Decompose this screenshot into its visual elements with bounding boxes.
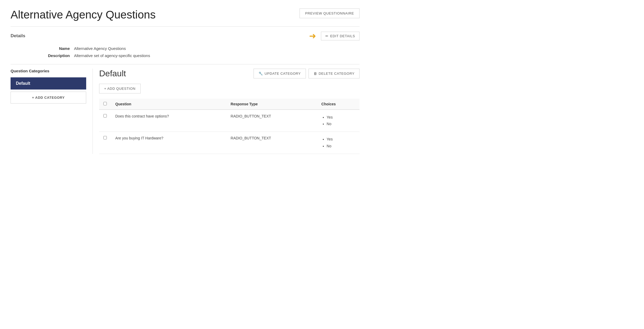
header-divider: [11, 26, 360, 27]
table-row: Are you buying IT Hardware?RADIO_BUTTON_…: [99, 132, 360, 154]
category-item-default[interactable]: Default: [11, 77, 86, 90]
page-title: Alternative Agency Questions: [11, 8, 156, 21]
table-header-response-type: Response Type: [226, 99, 317, 110]
table-header-question: Question: [111, 99, 226, 110]
main-content: Question Categories Default + ADD CATEGO…: [11, 69, 360, 154]
arrow-annotation-icon: ➜: [309, 31, 316, 41]
delete-category-label: DELETE CATEGORY: [319, 72, 355, 76]
add-question-button[interactable]: + ADD QUESTION: [99, 84, 141, 93]
questions-table: Question Response Type Choices Does this…: [99, 99, 360, 154]
question-cell: Are you buying IT Hardware?: [111, 132, 226, 154]
add-category-button[interactable]: + ADD CATEGORY: [11, 92, 86, 104]
edit-details-button[interactable]: ✏ EDIT DETAILS: [321, 32, 360, 40]
choice-item: No: [327, 143, 355, 149]
edit-details-label: EDIT DETAILS: [330, 34, 355, 38]
row-checkbox[interactable]: [103, 136, 107, 139]
table-header-row: Question Response Type Choices: [99, 99, 360, 110]
wrench-icon: 🔧: [259, 72, 263, 76]
questions-panel: Default 🔧 UPDATE CATEGORY 🗑 DELETE CATEG…: [93, 69, 360, 154]
row-checkbox[interactable]: [103, 114, 107, 117]
response-type-cell: RADIO_BUTTON_TEXT: [226, 110, 317, 132]
questions-panel-header: Default 🔧 UPDATE CATEGORY 🗑 DELETE CATEG…: [99, 69, 360, 78]
active-category-name: Default: [99, 69, 126, 78]
details-name-row: Name Alternative Agency Questions: [11, 46, 360, 51]
choice-item: Yes: [327, 114, 355, 121]
response-type-cell: RADIO_BUTTON_TEXT: [226, 132, 317, 154]
details-name-value: Alternative Agency Questions: [74, 46, 126, 51]
question-cell: Does this contract have options?: [111, 110, 226, 132]
details-name-key: Name: [42, 46, 74, 51]
choices-cell: YesNo: [317, 110, 360, 132]
trash-icon: 🗑: [314, 72, 317, 76]
details-section: Details ➜ ✏ EDIT DETAILS Name Alternativ…: [11, 31, 360, 58]
table-header-checkbox: [99, 99, 111, 110]
table-header-choices: Choices: [317, 99, 360, 110]
details-description-row: Description Alternative set of agency-sp…: [11, 53, 360, 58]
pencil-icon: ✏: [325, 34, 329, 38]
category-actions: 🔧 UPDATE CATEGORY 🗑 DELETE CATEGORY: [254, 69, 360, 78]
choices-cell: YesNo: [317, 132, 360, 154]
categories-sidebar: Question Categories Default + ADD CATEGO…: [11, 69, 93, 154]
content-divider: [11, 64, 360, 64]
choice-item: No: [327, 121, 355, 127]
row-checkbox-cell: [99, 110, 111, 132]
row-checkbox-cell: [99, 132, 111, 154]
update-category-button[interactable]: 🔧 UPDATE CATEGORY: [254, 69, 306, 78]
details-section-label: Details: [11, 33, 25, 39]
choice-item: Yes: [327, 136, 355, 143]
update-category-label: UPDATE CATEGORY: [265, 72, 301, 76]
preview-questionnaire-button[interactable]: PREVIEW QUESTIONNAIRE: [300, 8, 360, 18]
select-all-checkbox[interactable]: [103, 102, 107, 105]
categories-section-title: Question Categories: [11, 69, 86, 73]
details-description-value: Alternative set of agency-specific quest…: [74, 53, 150, 58]
table-row: Does this contract have options?RADIO_BU…: [99, 110, 360, 132]
details-description-key: Description: [42, 53, 74, 58]
delete-category-button[interactable]: 🗑 DELETE CATEGORY: [309, 69, 360, 78]
